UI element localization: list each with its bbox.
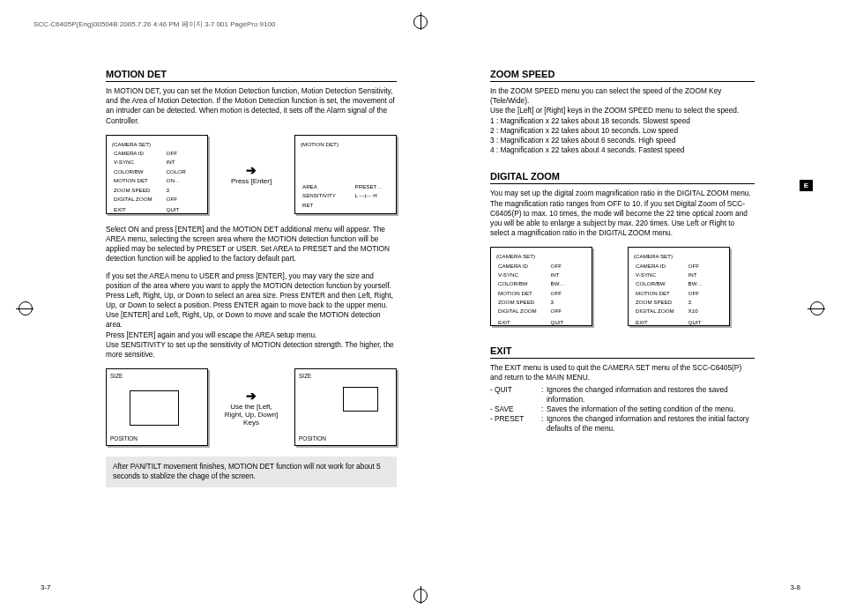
motion-det-osd-row: (CAMERA SET) CAMERA IDOFFV-SYNCINTCOLOR/… xyxy=(106,135,397,214)
motion-det-title: MOTION DET xyxy=(106,69,397,82)
motion-det-body3: Use [ENTER] and Left, Right, Up, or Down… xyxy=(106,310,397,330)
arrow-press-enter: ➔ Press [Enter] xyxy=(220,163,282,185)
arrow-label: Use the [Left, Right, Up, Down] Keys xyxy=(220,403,282,427)
page-number-left: 3-7 xyxy=(41,583,51,591)
digital-zoom-osd-row: (CAMERA SET) CAMERA IDOFFV-SYNCINTCOLOR/… xyxy=(490,247,755,326)
zoom-speed-intro: In the ZOOM SPEED menu you can select th… xyxy=(490,86,755,106)
zoom-speed-row: 2 : Magnification x 22 takes about 10 se… xyxy=(490,126,755,136)
motion-det-body1: Select ON and press [ENTER] and the MOTI… xyxy=(106,225,397,264)
zoom-speed-title: ZOOM SPEED xyxy=(490,69,755,82)
motion-det-note: After PAN/TILT movement finishes, MOTION… xyxy=(106,456,397,486)
motion-det-body5: Use SENSITIVITY to set up the sensitivit… xyxy=(106,340,397,360)
exit-title: EXIT xyxy=(490,345,755,359)
page-number-right: 3-8 xyxy=(790,583,800,591)
motion-det-body4: Press [ENTER] again and you will escape … xyxy=(106,330,397,340)
zoom-speed-line2: Use the [Left] or [Right] keys in the ZO… xyxy=(490,106,755,115)
print-header: SCC-C6405P(Eng)00504B 2005.7.26 4:46 PM … xyxy=(33,19,275,29)
osd-title: (MOTION DET) xyxy=(301,141,391,148)
crop-mark-top xyxy=(412,12,429,30)
digital-zoom-intro: You may set up the digital zoom magnific… xyxy=(490,189,755,238)
size-position-row: SIZE POSITION ➔ Use the [Left, Right, Up… xyxy=(106,368,397,446)
exit-row: - SAVE:Saves the information of the sett… xyxy=(490,404,755,414)
exit-intro: The EXIT menu is used to quit the CAMERA… xyxy=(490,363,755,382)
osd-title: (CAMERA SET) xyxy=(634,253,724,260)
osd-dz-after: (CAMERA SET) CAMERA IDOFFV-SYNCINTCOLOR/… xyxy=(628,247,730,326)
osd-title: (CAMERA SET) xyxy=(112,141,202,148)
zoom-speed-row: 1 : Magnification x 22 takes about 18 se… xyxy=(490,116,755,126)
osd-camera-set: (CAMERA SET) CAMERA IDOFFV-SYNCINTCOLOR/… xyxy=(106,135,208,214)
size-label: SIZE xyxy=(299,373,311,379)
digital-zoom-title: DIGITAL ZOOM xyxy=(490,171,755,184)
motion-det-body2: If you set the AREA menu to USER and pre… xyxy=(106,271,397,311)
size-box-after: SIZE POSITION xyxy=(294,368,397,446)
page-left: MOTION DET In MOTION DET, you can set th… xyxy=(0,69,437,572)
zoom-speed-row: 3 : Magnification x 22 takes about 6 sec… xyxy=(490,136,755,145)
exit-row: - PRESET:Ignores the changed information… xyxy=(490,414,755,434)
zoom-speed-row: 4 : Magnification x 22 takes about 4 sec… xyxy=(490,145,755,155)
arrow-icon: ➔ xyxy=(220,389,282,403)
size-box-before: SIZE POSITION xyxy=(106,368,208,446)
arrow-direction-keys: ➔ Use the [Left, Right, Up, Down] Keys xyxy=(220,389,282,427)
page-right: ZOOM SPEED In the ZOOM SPEED menu you ca… xyxy=(437,69,841,572)
position-label: POSITION xyxy=(299,435,326,442)
crop-mark-bottom xyxy=(412,586,429,604)
arrow-label: Press [Enter] xyxy=(220,177,282,185)
motion-det-intro: In MOTION DET, you can set the Motion De… xyxy=(106,86,397,126)
osd-dz-before: (CAMERA SET) CAMERA IDOFFV-SYNCINTCOLOR/… xyxy=(490,247,592,326)
size-label: SIZE xyxy=(110,373,123,379)
osd-motion-det: (MOTION DET) AREAPRESET…SENSITIVITYL ---… xyxy=(294,135,397,214)
arrow-icon: ➔ xyxy=(220,163,282,177)
osd-title: (CAMERA SET) xyxy=(496,253,586,260)
position-label: POSITION xyxy=(110,435,138,442)
exit-row: - QUIT:Ignores the changed information a… xyxy=(490,385,755,404)
